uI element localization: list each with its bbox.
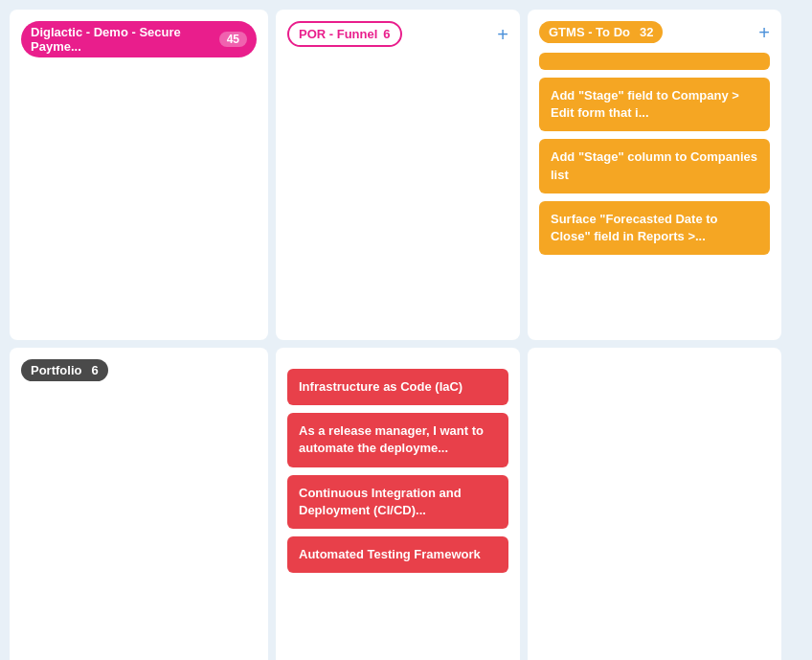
list-item[interactable]: Infrastructure as Code (IaC)	[287, 369, 508, 405]
list-item[interactable]: As a release manager, I want to automate…	[287, 413, 508, 467]
list-item[interactable]: Add "Stage" column to Companies list	[539, 139, 770, 193]
card-text: Add "Stage" column to Companies list	[551, 149, 757, 181]
column-header: POR - Funnel 6 +	[287, 21, 508, 47]
column-badge: 6	[91, 363, 98, 377]
column-devops: Infrastructure as Code (IaC) As a releas…	[276, 348, 520, 660]
kanban-board: Diglactic - Demo - Secure Payme... 45 PO…	[0, 0, 812, 660]
column-badge: 6	[383, 27, 390, 41]
card-partial[interactable]	[539, 53, 770, 70]
column-tag-label: GTMS - To Do	[549, 25, 630, 39]
column-tag-por[interactable]: POR - Funnel 6	[287, 21, 402, 47]
column-por-funnel: POR - Funnel 6 +	[276, 10, 520, 340]
add-card-button[interactable]: +	[497, 25, 508, 44]
list-item[interactable]: Continuous Integration and Deployment (C…	[287, 475, 508, 529]
card-text: As a release manager, I want to automate…	[299, 423, 484, 455]
card-text: Continuous Integration and Deployment (C…	[299, 486, 462, 517]
list-item[interactable]: Automated Testing Framework	[287, 536, 508, 573]
card-text: Surface "Forecasted Date to Close" field…	[551, 212, 718, 243]
column-badge: 45	[219, 32, 247, 47]
card-text: Add "Stage" field to Company > Edit form…	[551, 88, 739, 120]
column-gtms-todo: GTMS - To Do 32 + Add "Stage" field to C…	[528, 10, 781, 340]
column-diglactic: Diglactic - Demo - Secure Payme... 45	[10, 10, 268, 340]
add-card-button[interactable]: +	[758, 23, 770, 42]
column-header: GTMS - To Do 32 +	[539, 21, 770, 43]
column-empty	[528, 348, 781, 660]
card-text: Automated Testing Framework	[299, 547, 481, 561]
column-tag-label: Portfolio	[31, 363, 81, 377]
column-tag-label: POR - Funnel	[299, 27, 377, 41]
card-text: Infrastructure as Code (IaC)	[299, 379, 462, 394]
column-tag-label: Diglactic - Demo - Secure Payme...	[31, 25, 214, 54]
column-header: Diglactic - Demo - Secure Payme... 45	[21, 21, 257, 57]
column-portfolio: Portfolio 6	[10, 348, 268, 660]
list-item[interactable]: Surface "Forecasted Date to Close" field…	[539, 201, 770, 255]
column-tag-diglactic[interactable]: Diglactic - Demo - Secure Payme... 45	[21, 21, 257, 57]
column-badge: 32	[640, 25, 653, 39]
column-header: Portfolio 6	[21, 359, 257, 381]
column-tag-portfolio[interactable]: Portfolio 6	[21, 359, 108, 381]
list-item[interactable]: Add "Stage" field to Company > Edit form…	[539, 78, 770, 131]
column-tag-gtms[interactable]: GTMS - To Do 32	[539, 21, 663, 43]
